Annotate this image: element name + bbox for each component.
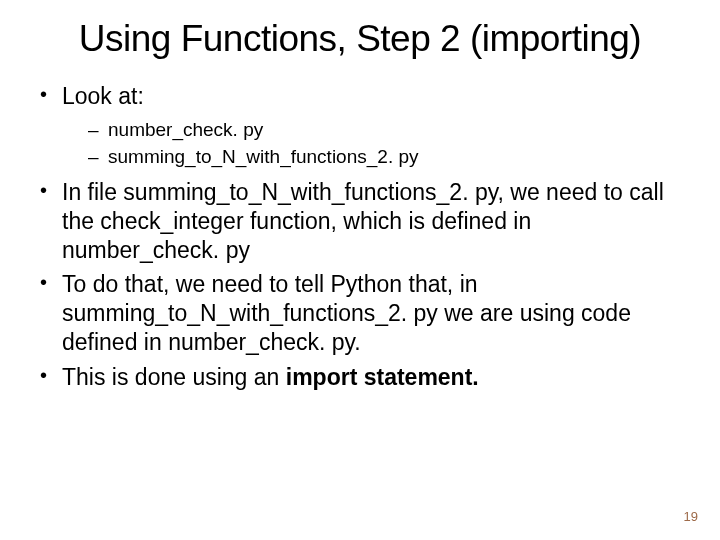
page-number: 19 — [684, 509, 698, 524]
sub-list: number_check. py summing_to_N_with_funct… — [62, 117, 690, 170]
bullet-4-bold: import statement. — [286, 364, 479, 390]
bullet-1: Look at: number_check. py summing_to_N_w… — [40, 82, 690, 170]
bullet-1-text: Look at: — [62, 83, 144, 109]
bullet-2: In file summing_to_N_with_functions_2. p… — [40, 178, 690, 264]
bullet-4: This is done using an import statement. — [40, 363, 690, 392]
sub-bullet-1: number_check. py — [88, 117, 690, 143]
slide-title: Using Functions, Step 2 (importing) — [30, 18, 690, 60]
sub-bullet-2: summing_to_N_with_functions_2. py — [88, 144, 690, 170]
bullet-4-text-a: This is done using an — [62, 364, 286, 390]
bullet-list: Look at: number_check. py summing_to_N_w… — [30, 82, 690, 391]
bullet-3: To do that, we need to tell Python that,… — [40, 270, 690, 356]
